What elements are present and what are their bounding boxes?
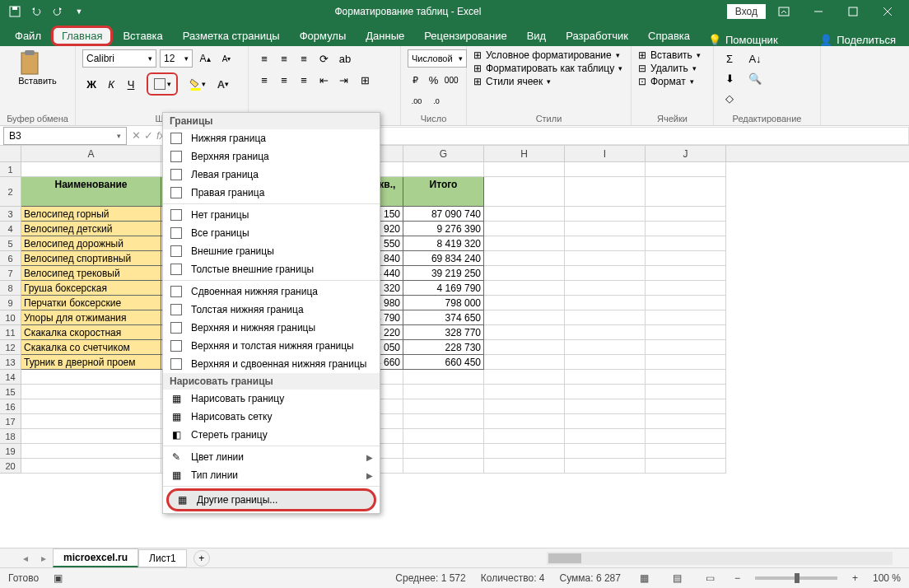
row-header[interactable]: 8: [0, 281, 21, 296]
tab-formulas[interactable]: Формулы: [290, 26, 357, 46]
cell[interactable]: Груша боксерская: [21, 281, 161, 296]
font-size-select[interactable]: 12▾: [160, 49, 193, 68]
borders-button[interactable]: ▾: [149, 75, 175, 93]
decrease-decimal-icon[interactable]: .0: [427, 92, 445, 110]
font-name-select[interactable]: Calibri▾: [82, 49, 156, 68]
font-color-button[interactable]: A▾: [211, 75, 235, 93]
cell[interactable]: 4 169 790: [403, 281, 484, 296]
wrap-text-icon[interactable]: ab: [334, 49, 356, 68]
border-menu-item[interactable]: ▦Нарисовать сетку: [163, 408, 380, 426]
underline-button[interactable]: Ч: [122, 75, 140, 93]
border-menu-item[interactable]: Нет границы: [163, 206, 380, 224]
cell[interactable]: 374 650: [403, 310, 484, 325]
row-header[interactable]: 17: [0, 414, 21, 429]
border-menu-item[interactable]: Верхняя и сдвоенная нижняя границы: [163, 355, 380, 373]
ribbon-options-icon[interactable]: [767, 0, 800, 23]
row-header[interactable]: 18: [0, 429, 21, 444]
page-layout-icon[interactable]: ▤: [669, 571, 687, 586]
cell[interactable]: Турник в дверной проем: [21, 355, 161, 370]
cell[interactable]: Велосипед детский: [21, 222, 161, 236]
align-top-icon[interactable]: ≡: [255, 49, 273, 68]
zoom-in-icon[interactable]: +: [852, 572, 858, 584]
cell[interactable]: Скакалка скоростная: [21, 325, 161, 340]
tab-help[interactable]: Справка: [638, 26, 700, 46]
fill-color-button[interactable]: ▾: [184, 75, 209, 93]
border-menu-item[interactable]: ▦Нарисовать границу: [163, 390, 380, 408]
cell[interactable]: 660 450: [403, 355, 484, 370]
qat-customize-icon[interactable]: ▼: [69, 2, 89, 21]
row-header[interactable]: 7: [0, 266, 21, 281]
border-menu-item[interactable]: Верхняя и толстая нижняя границы: [163, 337, 380, 355]
align-left-icon[interactable]: ≡: [255, 71, 273, 89]
border-menu-item[interactable]: ◧Стереть границу: [163, 426, 380, 444]
align-middle-icon[interactable]: ≡: [275, 49, 293, 68]
row-header[interactable]: 16: [0, 399, 21, 414]
border-menu-item[interactable]: Сдвоенная нижняя граница: [163, 282, 380, 301]
number-format-select[interactable]: Числовой▾: [408, 49, 467, 68]
grow-font-icon[interactable]: A▴: [196, 49, 214, 68]
cell[interactable]: 798 000: [403, 296, 484, 310]
sheet-tab[interactable]: Лист1: [138, 549, 187, 567]
row-header[interactable]: 12: [0, 340, 21, 355]
select-all-corner[interactable]: [0, 146, 21, 161]
bold-button[interactable]: Ж: [82, 75, 100, 93]
enter-formula-icon[interactable]: ✓: [144, 129, 153, 142]
border-menu-item[interactable]: Верхняя граница: [163, 147, 380, 166]
redo-icon[interactable]: [48, 2, 68, 21]
cancel-formula-icon[interactable]: ✕: [132, 129, 141, 142]
row-header[interactable]: 9: [0, 296, 21, 310]
row-header[interactable]: 10: [0, 310, 21, 325]
cell[interactable]: 9 276 390: [403, 222, 484, 236]
row-header[interactable]: 1: [0, 162, 21, 177]
border-menu-item[interactable]: Нижняя граница: [163, 129, 380, 147]
row-header[interactable]: 13: [0, 355, 21, 370]
increase-decimal-icon[interactable]: .00: [408, 92, 426, 110]
tab-view[interactable]: Вид: [517, 26, 557, 46]
border-menu-item[interactable]: ✎Цвет линии▶: [163, 448, 380, 466]
cell[interactable]: Упоры для отжимания: [21, 310, 161, 325]
row-header[interactable]: 14: [0, 370, 21, 385]
conditional-format-button[interactable]: ⊞Условное форматирование▾: [473, 49, 624, 61]
cell[interactable]: 8 419 320: [403, 236, 484, 251]
format-table-button[interactable]: ⊞Форматировать как таблицу▾: [473, 63, 624, 74]
macro-record-icon[interactable]: ▣: [54, 572, 63, 584]
currency-icon[interactable]: ₽: [408, 71, 424, 89]
col-header[interactable]: J: [646, 146, 726, 161]
decrease-indent-icon[interactable]: ⇤: [315, 71, 333, 89]
cell[interactable]: 228 730: [403, 340, 484, 355]
border-menu-item[interactable]: Правая граница: [163, 184, 380, 202]
tab-review[interactable]: Рецензирование: [414, 26, 516, 46]
share-button[interactable]: 👤Поделиться: [811, 34, 904, 46]
col-header[interactable]: H: [484, 146, 565, 161]
cell[interactable]: Скакалка со счетчиком: [21, 340, 161, 355]
sort-filter-icon[interactable]: A↓: [744, 49, 767, 68]
align-center-icon[interactable]: ≡: [275, 71, 293, 89]
row-header[interactable]: 5: [0, 236, 21, 251]
autosum-icon[interactable]: Σ: [720, 49, 739, 68]
tell-me[interactable]: 💡Помощник: [700, 34, 786, 46]
zoom-out-icon[interactable]: −: [734, 572, 740, 584]
add-sheet-button[interactable]: +: [193, 550, 210, 567]
increase-indent-icon[interactable]: ⇥: [334, 71, 352, 89]
close-icon[interactable]: [871, 0, 904, 23]
col-header[interactable]: G: [403, 146, 484, 161]
more-borders-menu-item[interactable]: ▦Другие границы...: [166, 488, 376, 511]
orientation-icon[interactable]: ⟳: [315, 49, 333, 68]
shrink-font-icon[interactable]: A▾: [217, 49, 235, 68]
cell[interactable]: Велосипед горный: [21, 207, 161, 222]
border-menu-item[interactable]: Все границы: [163, 224, 380, 242]
cell[interactable]: Перчатки боксерские: [21, 296, 161, 310]
border-menu-item[interactable]: ▦Тип линии▶: [163, 466, 380, 484]
cell[interactable]: 328 770: [403, 325, 484, 340]
percent-icon[interactable]: %: [426, 71, 442, 89]
zoom-level[interactable]: 100 %: [873, 572, 901, 584]
row-header[interactable]: 2: [0, 177, 21, 207]
border-menu-item[interactable]: Левая граница: [163, 166, 380, 184]
row-header[interactable]: 19: [0, 444, 21, 459]
name-box[interactable]: B3▾: [3, 127, 127, 145]
spreadsheet-grid[interactable]: A D E F G H I J 1 2 Наименование а, руб.…: [0, 146, 909, 548]
border-menu-item[interactable]: Верхняя и нижняя границы: [163, 319, 380, 337]
row-header[interactable]: 20: [0, 459, 21, 474]
signin-button[interactable]: Вход: [727, 4, 766, 19]
fill-icon[interactable]: ⬇: [720, 69, 739, 87]
